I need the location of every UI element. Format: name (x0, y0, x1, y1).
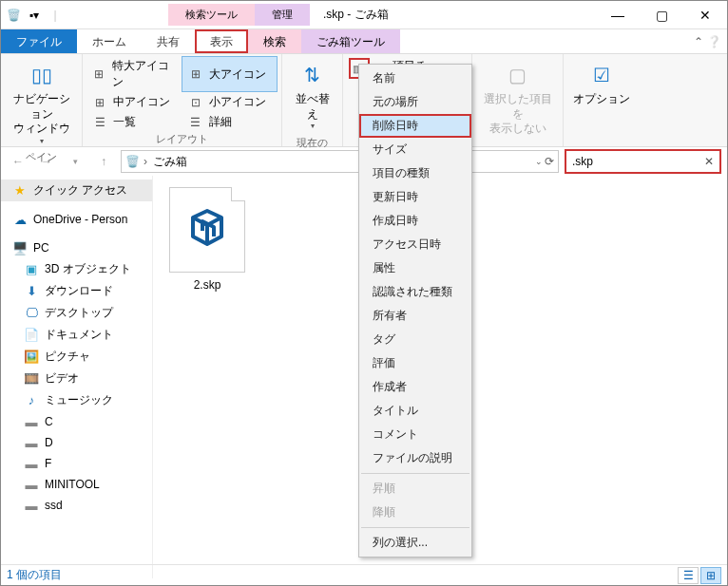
group-label-pane: ペイン (5, 150, 78, 166)
layout-details[interactable]: ☰詳細 (182, 112, 278, 132)
address-dropdown-icon[interactable]: ⌄ (535, 157, 543, 166)
sidebar-pictures[interactable]: 🖼️ピクチャ (1, 346, 152, 368)
menu-item-owner[interactable]: 所有者 (359, 304, 471, 328)
window-title: .skp - ごみ箱 (323, 7, 389, 23)
sidebar-3d-objects[interactable]: ▣3D オブジェクト (1, 258, 152, 280)
menu-item-date-deleted[interactable]: 削除日時 (359, 114, 471, 138)
sidebar-quick-access[interactable]: ★クイック アクセス (1, 180, 152, 201)
clear-search-icon[interactable]: ✕ (704, 155, 714, 168)
file-name: 2.skp (194, 278, 221, 292)
menu-item-perceived-type[interactable]: 認識された種類 (359, 280, 471, 304)
menu-item-original-location[interactable]: 元の場所 (359, 90, 471, 114)
ribbon-tabs: ファイル ホーム 共有 表示 検索 ごみ箱ツール ⌃ ❔ (1, 29, 727, 54)
navigation-sidebar: ★クイック アクセス ☁OneDrive - Person 🖥️PC ▣3D オ… (1, 176, 153, 578)
tab-search[interactable]: 検索 (248, 29, 301, 53)
tab-view[interactable]: 表示 (195, 29, 248, 53)
sidebar-drive-c[interactable]: ▬C (1, 411, 152, 432)
drive-icon: ▬ (24, 414, 39, 429)
recycle-bin-icon: 🗑️ (125, 155, 140, 168)
sort-icon: ⇅ (297, 60, 328, 90)
close-button[interactable]: ✕ (683, 1, 727, 29)
layout-large[interactable]: ⊞大アイコン (182, 56, 278, 92)
group-label-layout: レイアウト (86, 132, 278, 148)
video-icon: 🎞️ (24, 371, 39, 387)
sidebar-drive-ssd[interactable]: ▬ssd (1, 495, 152, 516)
layout-small[interactable]: ⊡小アイコン (182, 92, 278, 112)
drive-icon: ▬ (24, 435, 39, 450)
drive-icon: ▬ (24, 498, 39, 513)
layout-medium[interactable]: ⊞中アイコン (86, 92, 182, 112)
menu-item-file-description[interactable]: ファイルの説明 (359, 446, 471, 470)
minimize-button[interactable]: — (596, 1, 640, 29)
menu-item-ascending[interactable]: 昇順 (359, 477, 471, 501)
menu-item-date-created[interactable]: 作成日時 (359, 209, 471, 233)
qat-separator: | (47, 7, 64, 24)
context-tab-manage[interactable]: 管理 (255, 4, 310, 26)
recycle-bin-icon[interactable]: 🗑️ (5, 7, 22, 24)
menu-item-comments[interactable]: コメント (359, 423, 471, 446)
menu-item-date-accessed[interactable]: アクセス日時 (359, 233, 471, 256)
sketchup-logo-icon (183, 206, 231, 254)
sidebar-videos[interactable]: 🎞️ビデオ (1, 368, 152, 389)
ribbon-collapse-icon[interactable]: ⌃ (694, 35, 703, 48)
tab-file[interactable]: ファイル (1, 29, 77, 53)
sidebar-downloads[interactable]: ⬇ダウンロード (1, 280, 152, 302)
menu-item-name[interactable]: 名前 (359, 66, 471, 90)
extra-large-icon: ⊞ (92, 66, 106, 82)
options-icon: ☑ (586, 60, 617, 90)
file-item[interactable]: 2.skp (164, 187, 250, 292)
status-bar: 1 個の項目 ☰ ⊞ (1, 564, 727, 585)
breadcrumb-location[interactable]: ごみ箱 (151, 154, 189, 170)
help-icon[interactable]: ❔ (707, 35, 721, 48)
download-icon: ⬇ (24, 284, 39, 299)
quick-access-toolbar: 🗑️ ▪▾ | (1, 7, 64, 24)
layout-extra-large[interactable]: ⊞特大アイコン (86, 56, 182, 92)
menu-item-item-type[interactable]: 項目の種類 (359, 161, 471, 185)
sidebar-pc[interactable]: 🖥️PC (1, 237, 152, 258)
large-icons-view-button[interactable]: ⊞ (700, 567, 721, 584)
group-label-current: 現在の (286, 136, 338, 152)
sidebar-music[interactable]: ♪ミュージック (1, 389, 152, 411)
sidebar-drive-d[interactable]: ▬D (1, 432, 152, 453)
medium-icon: ⊞ (92, 95, 107, 110)
details-icon: ☰ (188, 115, 203, 130)
search-box[interactable]: .skp ✕ (565, 149, 721, 174)
sidebar-desktop[interactable]: 🖵デスクトップ (1, 302, 152, 324)
details-view-button[interactable]: ☰ (678, 567, 699, 584)
cube-icon: ▣ (24, 262, 39, 277)
sidebar-onedrive[interactable]: ☁OneDrive - Person (1, 209, 152, 230)
sidebar-documents[interactable]: 📄ドキュメント (1, 324, 152, 346)
layout-list[interactable]: ☰一覧 (86, 112, 182, 132)
menu-item-date-modified[interactable]: 更新日時 (359, 185, 471, 209)
menu-separator (361, 473, 469, 474)
tab-recycle-tools[interactable]: ごみ箱ツール (301, 29, 400, 53)
tab-home[interactable]: ホーム (77, 29, 142, 53)
chevron-right-icon[interactable]: › (144, 155, 147, 168)
tab-share[interactable]: 共有 (142, 29, 195, 53)
music-icon: ♪ (24, 393, 39, 408)
qat-dropdown-icon[interactable]: ▪▾ (26, 7, 43, 24)
menu-item-size[interactable]: サイズ (359, 138, 471, 161)
up-button[interactable]: ↑ (92, 150, 115, 173)
hide-icon: ▢ (503, 60, 533, 90)
navigation-pane-icon: ▯▯ (27, 60, 57, 90)
context-tab-search-tools[interactable]: 検索ツール (168, 4, 255, 26)
maximize-button[interactable]: ▢ (640, 1, 683, 29)
picture-icon: 🖼️ (24, 350, 39, 365)
menu-item-attributes[interactable]: 属性 (359, 256, 471, 280)
menu-item-authors[interactable]: 作成者 (359, 375, 471, 399)
drive-icon: ▬ (24, 477, 39, 492)
refresh-icon[interactable]: ⟳ (545, 155, 554, 168)
sidebar-drive-minitool[interactable]: ▬MINITOOL (1, 474, 152, 495)
menu-item-descending[interactable]: 降順 (359, 501, 471, 524)
document-icon: 📄 (24, 328, 39, 343)
sort-by-button[interactable]: ⇅ 並べ替え ▾ (286, 56, 338, 136)
navigation-pane-button[interactable]: ▯▯ ナビゲーション ウィンドウ ▾ (5, 56, 78, 150)
menu-item-rating[interactable]: 評価 (359, 351, 471, 375)
hide-selected-button[interactable]: ▢ 選択した項目を 表示しない (476, 56, 559, 141)
options-button[interactable]: ☑ オプション (567, 56, 636, 111)
menu-item-title[interactable]: タイトル (359, 399, 471, 423)
sidebar-drive-f[interactable]: ▬F (1, 453, 152, 474)
menu-item-tags[interactable]: タグ (359, 328, 471, 351)
menu-item-choose-columns[interactable]: 列の選択... (359, 531, 471, 555)
